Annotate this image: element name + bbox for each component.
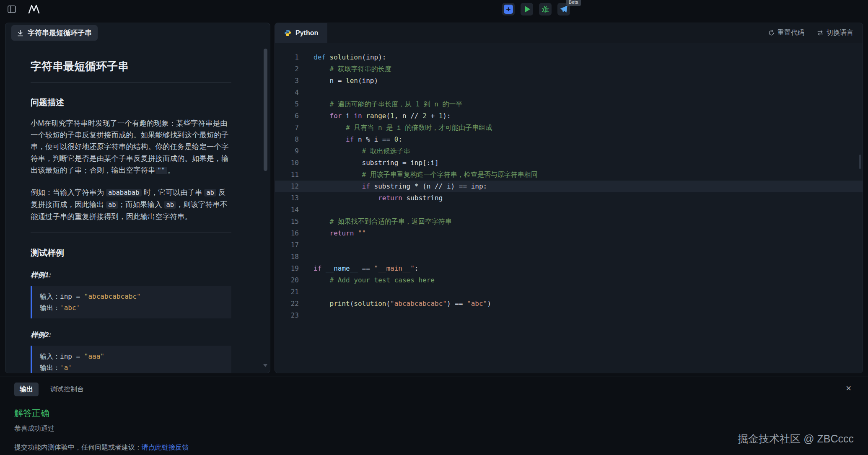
line-number: 19 (275, 263, 299, 274)
code-line[interactable]: 2 # 获取字符串的长度 (275, 63, 863, 75)
play-icon (525, 6, 530, 13)
inline-code: ab (106, 201, 118, 209)
code-token: ( (386, 300, 390, 308)
code-line[interactable]: 18 (275, 251, 863, 263)
code-line[interactable]: 6 for i in range(1, n // 2 + 1): (275, 110, 863, 122)
code-line[interactable]: 12 if substring * (n // i) == inp: (275, 181, 863, 192)
code-token: == (358, 264, 374, 272)
top-bar: + Beta (0, 0, 868, 18)
code-text: def solution(inp): (299, 52, 386, 63)
code-token (362, 112, 366, 120)
code-editor[interactable]: 1def solution(inp):2 # 获取字符串的长度3 n = len… (275, 43, 863, 373)
code-token (314, 147, 362, 155)
code-line[interactable]: 21 (275, 286, 863, 298)
code-token: substring (402, 194, 443, 202)
code-token: # 用该子串重复构造一个字符串，检查是否与原字符串相同 (362, 171, 538, 178)
debug-button[interactable] (539, 3, 552, 16)
code-token: substring = inp[:i] (314, 159, 439, 167)
code-line[interactable]: 19if __name__ == "__main__": (275, 263, 863, 274)
problem-scrollbar-thumb[interactable] (264, 49, 267, 171)
feedback-link[interactable]: 请点此链接反馈 (142, 444, 189, 451)
reset-code-button[interactable]: 重置代码 (768, 28, 804, 37)
code-line[interactable]: 7 # 只有当 n 是 i 的倍数时，才可能由子串组成 (275, 122, 863, 134)
scroll-down-arrow[interactable] (263, 364, 267, 367)
switch-language-button[interactable]: 切换语言 (817, 28, 853, 37)
code-token (354, 229, 358, 237)
topbar-action-group: + Beta (502, 3, 570, 16)
samples-list: 样例1:输入：inp = "abcabcabcabc"输出：'abc'样例2:输… (31, 270, 231, 373)
marscode-logo (28, 5, 40, 14)
line-number: 14 (275, 204, 299, 216)
code-token: "abcabcabcabc" (390, 300, 447, 308)
code-line[interactable]: 22 print(solution("abcabcabcabc") == "ab… (275, 298, 863, 310)
problem-title: 字符串最短循环子串 (31, 59, 231, 74)
code-text: # 遍历可能的子串长度，从 1 到 n 的一半 (299, 98, 463, 110)
samples-heading: 测试样例 (31, 247, 231, 259)
sample-line: 输入：inp = "abcabcabcabc" (40, 291, 224, 302)
output-tab-bar: 输出调试控制台 (14, 383, 854, 396)
code-line[interactable]: 8 if n % i == 0: (275, 134, 863, 145)
code-line[interactable]: 14 (275, 204, 863, 216)
code-text: # 如果找不到合适的子串，返回空字符串 (299, 216, 452, 228)
sidebar-toggle-icon[interactable] (8, 5, 16, 13)
code-line[interactable]: 15 # 如果找不到合适的子串，返回空字符串 (275, 216, 863, 228)
code-line[interactable]: 23 (275, 310, 863, 321)
code-text (299, 239, 314, 251)
code-text (299, 204, 314, 216)
output-tab-output[interactable]: 输出 (14, 383, 39, 396)
code-token (314, 135, 346, 143)
code-line[interactable]: 16 return "" (275, 228, 863, 239)
close-icon[interactable]: × (846, 384, 851, 393)
code-token: "__main__" (374, 264, 415, 272)
line-number: 6 (275, 110, 299, 122)
python-icon (284, 29, 291, 36)
code-line[interactable]: 17 (275, 239, 863, 251)
line-number: 17 (275, 239, 299, 251)
problem-paragraph: 例如：当输入字符串为 abababab 时，它可以由子串 ab 反复拼接而成，因… (31, 186, 231, 222)
tab-python[interactable]: Python (275, 23, 327, 43)
editor-tab-label: Python (295, 29, 318, 37)
code-token: print (330, 300, 350, 308)
line-number: 11 (275, 169, 299, 181)
sample-line: 输出：'a' (40, 362, 224, 373)
code-text: if __name__ == "__main__": (299, 263, 418, 274)
line-number: 1 (275, 52, 299, 63)
code-text (299, 310, 314, 321)
code-line[interactable]: 1def solution(inp): (275, 52, 863, 63)
community-watermark: 掘金技术社区 @ ZBCccc (738, 432, 854, 446)
sample-label: 样例1: (31, 270, 231, 280)
code-token: in (354, 112, 362, 120)
problem-title-pill[interactable]: 字符串最短循环子串 (11, 25, 98, 41)
beta-badge: Beta (566, 0, 581, 6)
sample-token: 输入：inp = (40, 292, 84, 300)
problem-panel-header: 字符串最短循环子串 (5, 23, 270, 43)
sample-line: 输入：inp = "aaa" (40, 351, 224, 362)
run-button[interactable] (521, 3, 533, 16)
sidebar-toggle-glyph (8, 5, 16, 13)
code-line[interactable]: 5 # 遍历可能的子串长度，从 1 到 n 的一半 (275, 98, 863, 110)
code-line[interactable]: 4 (275, 87, 863, 98)
code-line[interactable]: 9 # 取出候选子串 (275, 145, 863, 157)
code-token (314, 217, 330, 225)
code-line[interactable]: 3 n = len(inp) (275, 75, 863, 87)
description-paragraphs: 小M在研究字符串时发现了一个有趣的现象：某些字符串是由一个较短的子串反复拼接而成… (31, 117, 231, 222)
code-token: "abc" (467, 300, 487, 308)
code-token (314, 194, 378, 202)
editor-scrollbar-thumb[interactable] (859, 155, 861, 169)
output-tab-console[interactable]: 调试控制台 (50, 385, 84, 394)
submit-button[interactable]: Beta (557, 3, 570, 16)
code-line[interactable]: 13 return substring (275, 192, 863, 204)
sample-token: 输出： (40, 364, 60, 372)
code-line[interactable]: 20 # Add your test cases here (275, 274, 863, 286)
editor-actions: 重置代码 切换语言 (768, 23, 863, 43)
line-number: 2 (275, 63, 299, 75)
code-token (314, 124, 346, 132)
code-token: solution (354, 300, 386, 308)
sample-token: "abcabcabcabc" (84, 292, 141, 300)
code-line[interactable]: 11 # 用该子串重复构造一个字符串，检查是否与原字符串相同 (275, 169, 863, 181)
add-button[interactable]: + (502, 3, 515, 16)
reset-code-label: 重置代码 (777, 28, 804, 37)
code-text: return "" (299, 228, 366, 239)
code-line[interactable]: 10 substring = inp[:i] (275, 157, 863, 169)
code-token: "" (358, 229, 366, 237)
